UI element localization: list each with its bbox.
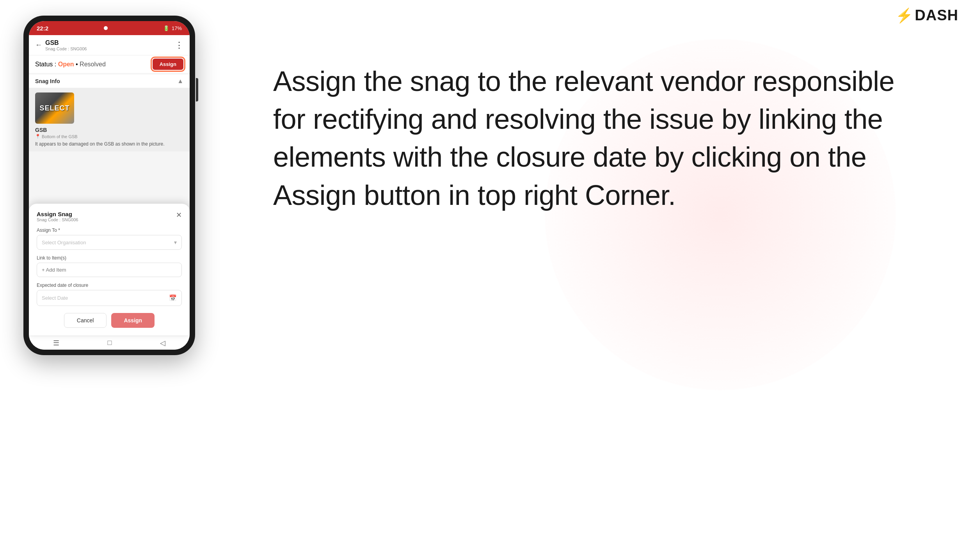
add-item-input[interactable] bbox=[37, 263, 182, 277]
status-label: Status : bbox=[35, 61, 56, 68]
status-resolved: Resolved bbox=[80, 61, 106, 68]
status-time: 22:2 bbox=[37, 25, 48, 32]
snag-image-label: SELECT bbox=[39, 104, 69, 112]
assign-top-button[interactable]: Assign bbox=[153, 59, 183, 70]
phone-body: 22:2 🔋 17% ← GSB Snag Code : SNG006 ⋮ bbox=[23, 16, 195, 355]
status-label-group: Status : Open • Resolved bbox=[35, 61, 106, 68]
assign-modal: Assign Snag Snag Code : SNG006 ✕ Assign … bbox=[29, 204, 190, 336]
snag-content: SELECT GSB 📍 Bottom of the GSB It appear… bbox=[29, 88, 190, 151]
snag-location-text: Bottom of the GSB bbox=[42, 134, 78, 139]
status-separator: • bbox=[76, 61, 80, 68]
cancel-button[interactable]: Cancel bbox=[64, 313, 107, 328]
location-pin-icon: 📍 bbox=[35, 134, 41, 139]
select-organisation-dropdown[interactable]: Select Organisation ▾ bbox=[37, 235, 182, 250]
phone-side-button bbox=[196, 78, 198, 101]
select-org-placeholder: Select Organisation bbox=[42, 240, 86, 245]
calendar-icon: 📅 bbox=[169, 294, 177, 302]
modal-title-block: Assign Snag Snag Code : SNG006 bbox=[37, 211, 78, 222]
logo-text: DASH bbox=[915, 7, 958, 24]
date-placeholder: Select Date bbox=[42, 295, 68, 301]
description-text: Assign the snag to the relevant vendor r… bbox=[273, 62, 898, 214]
phone-mockup: 22:2 🔋 17% ← GSB Snag Code : SNG006 ⋮ bbox=[23, 16, 195, 355]
snag-name: GSB bbox=[35, 127, 183, 133]
modal-snag-code: Snag Code : SNG006 bbox=[37, 217, 78, 222]
chevron-up-icon[interactable]: ▲ bbox=[177, 78, 183, 85]
assign-modal-button[interactable]: Assign bbox=[111, 313, 155, 328]
status-right: 🔋 17% bbox=[163, 25, 182, 31]
logo-bolt-icon: ⚡ bbox=[896, 9, 913, 23]
battery-percent: 17% bbox=[172, 25, 182, 31]
snag-image: SELECT bbox=[35, 92, 74, 124]
modal-header: Assign Snag Snag Code : SNG006 ✕ bbox=[37, 211, 182, 222]
snag-info-header: Snag Info ▲ bbox=[29, 75, 190, 88]
assign-to-label: Assign To * bbox=[37, 228, 182, 233]
closure-date-label: Expected date of closure bbox=[37, 283, 182, 288]
rdash-logo: ⚡ DASH bbox=[896, 7, 958, 24]
dropdown-chevron-icon: ▾ bbox=[174, 239, 177, 245]
snag-description: It appears to be damaged on the GSB as s… bbox=[35, 141, 183, 147]
back-icon[interactable]: ← bbox=[35, 41, 42, 49]
bottom-navigation: ☰ □ ◁ bbox=[29, 336, 190, 350]
menu-nav-icon[interactable]: ☰ bbox=[53, 339, 59, 347]
snag-location: 📍 Bottom of the GSB bbox=[35, 134, 183, 139]
status-open: Open bbox=[58, 61, 74, 68]
select-date-field[interactable]: Select Date 📅 bbox=[37, 290, 182, 306]
app-title: GSB bbox=[45, 39, 87, 46]
header-title-block: GSB Snag Code : SNG006 bbox=[45, 39, 87, 51]
app-snag-code: Snag Code : SNG006 bbox=[45, 46, 87, 51]
link-items-label: Link to Item(s) bbox=[37, 255, 182, 261]
header-left: ← GSB Snag Code : SNG006 bbox=[35, 39, 87, 51]
modal-title: Assign Snag bbox=[37, 211, 78, 217]
phone-screen: 22:2 🔋 17% ← GSB Snag Code : SNG006 ⋮ bbox=[29, 21, 190, 350]
battery-icon: 🔋 bbox=[163, 25, 169, 31]
app-header: ← GSB Snag Code : SNG006 ⋮ bbox=[29, 35, 190, 55]
camera-notch bbox=[104, 26, 108, 30]
more-options-icon[interactable]: ⋮ bbox=[175, 40, 183, 50]
modal-close-button[interactable]: ✕ bbox=[176, 211, 182, 219]
back-nav-icon[interactable]: ◁ bbox=[160, 339, 165, 347]
home-nav-icon[interactable]: □ bbox=[108, 339, 112, 347]
status-bar: 22:2 🔋 17% bbox=[29, 21, 190, 35]
status-row: Status : Open • Resolved Assign bbox=[29, 55, 190, 73]
modal-actions: Cancel Assign bbox=[37, 313, 182, 328]
snag-info-title: Snag Info bbox=[35, 78, 60, 84]
